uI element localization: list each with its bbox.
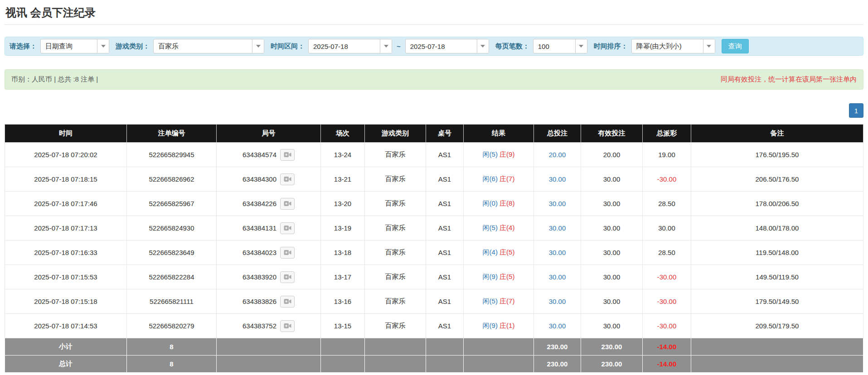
payout-cell: 28.50 [643,192,691,216]
query-mode-value: 日期查询 [41,39,97,53]
result-cell: 闲(5) 庄(4) [464,216,534,240]
total-row: 总计 8 230.00 230.00 -14.00 [5,356,863,373]
query-mode-select[interactable]: 日期查询 [40,39,109,53]
result-cell: 闲(0) 庄(8) [464,192,534,216]
valid-bet-cell: 30.00 [581,289,643,314]
date-to-select[interactable]: 2025-07-18 [405,39,489,53]
round-cell: 634383752 [217,314,321,338]
payout-cell: 28.50 [643,240,691,265]
result-player: 闲(0) [483,199,498,207]
game-type-value: 百家乐 [154,39,252,53]
video-replay-button[interactable] [280,320,295,332]
pagination-page-1[interactable]: 1 [849,103,863,118]
game-type-cell: 百家乐 [365,265,426,289]
round-number: 634384131 [242,224,276,232]
video-replay-button[interactable] [280,173,295,185]
page-size-select[interactable]: 100 [533,39,587,53]
valid-bet-cell: 30.00 [581,167,643,192]
total-bet-cell: 30.00 [534,314,581,338]
remark-cell: 149.50/119.50 [691,265,863,289]
bet-time-cell: 2025-07-18 07:15:18 [5,289,127,314]
chevron-down-icon [380,39,392,53]
header-session: 场次 [321,125,365,143]
result-player: 闲(5) [483,150,498,158]
page-size-value: 100 [533,39,575,53]
payout-cell: 19.00 [643,143,691,167]
table-body: 2025-07-18 07:20:02 522665829945 6343845… [5,143,863,338]
header-payout: 总派彩 [643,125,691,143]
round-number: 634384574 [242,151,276,159]
video-replay-button[interactable] [280,149,295,161]
search-button[interactable]: 查询 [722,39,749,53]
total-bet-cell: 30.00 [534,216,581,240]
filter-label-time-sort: 时间排序： [594,42,628,51]
result-banker: 庄(5) [499,248,514,256]
video-camera-icon [284,201,291,207]
round-cell: 634384574 [217,143,321,167]
payout-cell: -30.00 [643,265,691,289]
payout-cell: -30.00 [643,167,691,192]
game-type-select[interactable]: 百家乐 [153,39,264,53]
bet-id-cell: 522665822284 [127,265,217,289]
header-game-type: 游戏类别 [365,125,426,143]
subtotal-total-bet: 230.00 [534,338,581,356]
result-cell: 闲(6) 庄(7) [464,167,534,192]
game-type-cell: 百家乐 [365,192,426,216]
header-round: 局号 [217,125,321,143]
video-replay-button[interactable] [280,271,295,283]
total-bet-cell: 30.00 [534,265,581,289]
subtotal-valid-bet: 230.00 [581,338,643,356]
page-title: 视讯 会员下注纪录 [5,6,96,19]
total-bet-link[interactable]: 30.00 [549,175,566,183]
filter-label-select: 请选择： [10,42,37,51]
result-player: 闲(9) [483,273,498,280]
range-separator: ~ [397,43,401,50]
total-bet-link[interactable]: 30.00 [549,224,566,232]
valid-bet-cell: 30.00 [581,216,643,240]
total-count: 8 [127,356,217,373]
total-label: 总计 [5,356,127,373]
round-cell: 634383826 [217,289,321,314]
total-bet-link[interactable]: 30.00 [549,322,566,330]
bet-records-table: 时间 注单编号 局号 场次 游戏类别 桌号 结果 总投注 有效投注 总派彩 备注… [5,124,863,373]
bet-time-cell: 2025-07-18 07:15:53 [5,265,127,289]
result-cell: 闲(9) 庄(1) [464,314,534,338]
round-number: 634383752 [242,322,276,330]
video-replay-button[interactable] [280,247,295,259]
round-number: 634383826 [242,298,276,305]
game-type-cell: 百家乐 [365,167,426,192]
video-replay-button[interactable] [280,296,295,308]
header-result: 结果 [464,125,534,143]
table-row: 2025-07-18 07:15:53 522665822284 6343839… [5,265,863,289]
total-bet-link[interactable]: 30.00 [549,249,566,256]
game-type-cell: 百家乐 [365,314,426,338]
total-bet-cell: 30.00 [534,167,581,192]
result-banker: 庄(5) [499,273,514,280]
date-from-value: 2025-07-18 [309,39,380,53]
subtotal-payout: -14.00 [643,338,691,356]
valid-bet-notice: 同局有效投注，统一计算在该局第一张注单内 [721,75,857,84]
video-replay-button[interactable] [280,222,295,234]
total-bet-link[interactable]: 30.00 [549,273,566,281]
remark-cell: 206.50/176.50 [691,167,863,192]
round-number: 634384226 [242,200,276,207]
result-cell: 闲(4) 庄(5) [464,240,534,265]
total-bet-cell: 30.00 [534,289,581,314]
subtotal-count: 8 [127,338,217,356]
bet-time-cell: 2025-07-18 07:14:53 [5,314,127,338]
header-total-bet: 总投注 [534,125,581,143]
total-bet-link[interactable]: 30.00 [549,200,566,207]
table-no-cell: AS1 [426,314,464,338]
session-cell: 13-24 [321,143,365,167]
total-bet-link[interactable]: 20.00 [549,151,566,159]
currency-summary-text: 币别：人民币 | 总共 :8 注单 | [11,75,98,84]
remark-cell: 178.00/206.50 [691,192,863,216]
date-from-select[interactable]: 2025-07-18 [308,39,392,53]
time-sort-select[interactable]: 降幂(由大到小) [631,39,715,53]
round-number: 634384023 [242,249,276,256]
header-valid-bet: 有效投注 [581,125,643,143]
video-replay-button[interactable] [280,198,295,210]
valid-bet-cell: 30.00 [581,265,643,289]
total-bet-link[interactable]: 30.00 [549,298,566,305]
chevron-down-icon [477,39,489,53]
